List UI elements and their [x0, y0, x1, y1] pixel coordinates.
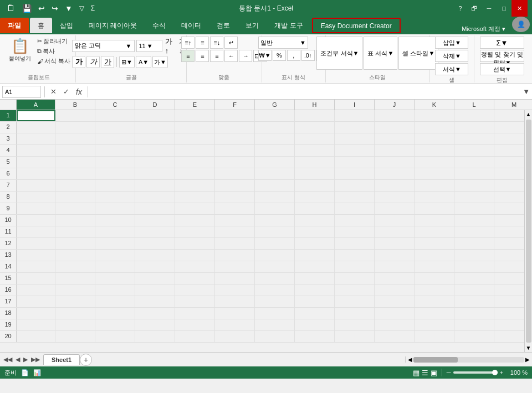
border-button[interactable]: ⊞▼	[119, 56, 135, 68]
cell-B4[interactable]	[55, 145, 95, 156]
cell-D13[interactable]	[135, 250, 175, 261]
cell-I2[interactable]	[335, 122, 375, 133]
cell-E11[interactable]	[175, 226, 215, 237]
tab-insert[interactable]: 삽입	[52, 18, 81, 33]
fill-color-button[interactable]: A▼	[136, 56, 151, 68]
cell-K4[interactable]	[415, 145, 454, 156]
cell-A15[interactable]	[17, 273, 55, 284]
quick-access-redo[interactable]: ↪	[49, 2, 60, 14]
font-size-selector[interactable]: 11 ▼	[136, 40, 162, 52]
cell-E10[interactable]	[175, 215, 215, 226]
sheet-view-icon[interactable]: 📊	[33, 369, 41, 376]
decimal-increase-button[interactable]: .0↑	[301, 50, 315, 61]
cell-C19[interactable]	[95, 319, 135, 330]
formula-cancel-button[interactable]: ✕	[48, 87, 59, 96]
cell-B6[interactable]	[55, 168, 95, 179]
row-number-12[interactable]: 12	[0, 238, 17, 249]
cell-B3[interactable]	[55, 133, 95, 144]
cell-H15[interactable]	[295, 273, 335, 284]
cell-I8[interactable]	[335, 192, 375, 203]
cell-G9[interactable]	[255, 203, 295, 214]
cell-L11[interactable]	[454, 226, 494, 237]
horizontal-scrollbar[interactable]: ◀ ▶	[405, 356, 532, 363]
col-header-m[interactable]: M	[494, 100, 532, 110]
underline-button[interactable]: 가	[101, 56, 114, 68]
col-header-h[interactable]: H	[295, 100, 335, 110]
cell-I1[interactable]	[335, 110, 375, 121]
cell-L4[interactable]	[454, 145, 494, 156]
cell-M16[interactable]	[494, 285, 524, 296]
cell-E2[interactable]	[175, 122, 215, 133]
cell-H9[interactable]	[295, 203, 335, 214]
cell-G12[interactable]	[255, 238, 295, 249]
cell-I16[interactable]	[335, 285, 375, 296]
cell-F11[interactable]	[215, 226, 255, 237]
cell-F10[interactable]	[215, 215, 255, 226]
cell-K10[interactable]	[415, 215, 454, 226]
format-as-table-button[interactable]: 표 서식▼	[364, 37, 397, 70]
cell-F5[interactable]	[215, 157, 255, 168]
cell-I13[interactable]	[335, 250, 375, 261]
cell-E6[interactable]	[175, 168, 215, 179]
cell-J2[interactable]	[375, 122, 415, 133]
thousands-button[interactable]: ,	[287, 50, 300, 61]
cell-I11[interactable]	[335, 226, 375, 237]
col-header-k[interactable]: K	[415, 100, 454, 110]
row-number-9[interactable]: 9	[0, 203, 17, 214]
row-number-2[interactable]: 2	[0, 122, 17, 133]
cell-F19[interactable]	[215, 319, 255, 330]
cell-B11[interactable]	[55, 226, 95, 237]
conditional-format-button[interactable]: 조건부 서식▼	[316, 37, 362, 70]
cell-B16[interactable]	[55, 285, 95, 296]
cell-D11[interactable]	[135, 226, 175, 237]
insert-cell-button[interactable]: 삽입▼	[435, 37, 468, 49]
maximize-button[interactable]: □	[497, 0, 511, 17]
sheet-nav-first[interactable]: ◀◀	[2, 356, 13, 363]
cell-D7[interactable]	[135, 180, 175, 191]
cell-I19[interactable]	[335, 319, 375, 330]
cell-J10[interactable]	[375, 215, 415, 226]
find-select-button[interactable]: 선택▼	[480, 63, 524, 75]
cell-C16[interactable]	[95, 285, 135, 296]
tab-view[interactable]: 보기	[238, 18, 267, 33]
cell-D6[interactable]	[135, 168, 175, 179]
cell-H4[interactable]	[295, 145, 335, 156]
cell-L20[interactable]	[454, 331, 494, 342]
cell-D16[interactable]	[135, 285, 175, 296]
scroll-right-button[interactable]: ▶	[525, 356, 530, 363]
cell-F8[interactable]	[215, 192, 255, 203]
cell-C11[interactable]	[95, 226, 135, 237]
cell-B14[interactable]	[55, 261, 95, 272]
scroll-down-button[interactable]: ▼	[526, 344, 531, 352]
cell-K17[interactable]	[415, 296, 454, 307]
cell-A2[interactable]	[17, 122, 55, 133]
cell-G7[interactable]	[255, 180, 295, 191]
cell-M13[interactable]	[494, 250, 524, 261]
quick-access-filter[interactable]: ▽	[77, 3, 86, 14]
cell-M2[interactable]	[494, 122, 524, 133]
cell-G6[interactable]	[255, 168, 295, 179]
horizontal-scroll-thumb[interactable]	[413, 357, 458, 363]
microsoft-account[interactable]: Microsoft 계정 ▾	[457, 25, 510, 33]
cell-K1[interactable]	[415, 110, 454, 121]
cell-E13[interactable]	[175, 250, 215, 261]
cell-K15[interactable]	[415, 273, 454, 284]
col-header-l[interactable]: L	[454, 100, 494, 110]
zoom-slider-thumb[interactable]	[492, 370, 498, 375]
cell-A19[interactable]	[17, 319, 55, 330]
cell-H10[interactable]	[295, 215, 335, 226]
col-header-c[interactable]: C	[95, 100, 135, 110]
cell-J11[interactable]	[375, 226, 415, 237]
formula-input[interactable]	[91, 88, 520, 96]
delete-cell-button[interactable]: 삭제▼	[435, 50, 468, 62]
currency-button[interactable]: ₩▼	[258, 50, 272, 61]
cell-J14[interactable]	[375, 261, 415, 272]
cell-B19[interactable]	[55, 319, 95, 330]
cell-F4[interactable]	[215, 145, 255, 156]
cell-C1[interactable]	[95, 110, 135, 121]
cell-J13[interactable]	[375, 250, 415, 261]
cell-A6[interactable]	[17, 168, 55, 179]
align-left-button[interactable]: ≡	[181, 50, 195, 62]
cell-M20[interactable]	[494, 331, 524, 342]
align-right-button[interactable]: ≡	[210, 50, 223, 62]
